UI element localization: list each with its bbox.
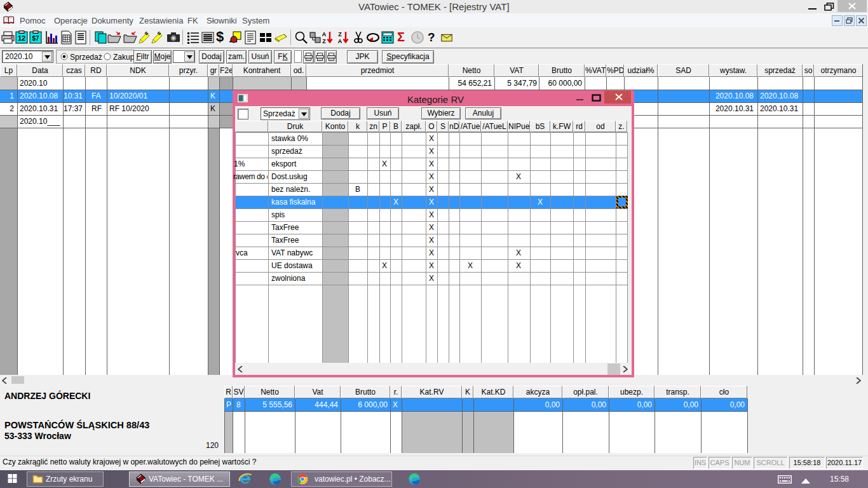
svg-text:A: A [322, 31, 327, 37]
svg-text:12: 12 [18, 34, 25, 42]
svg-text:A: A [338, 38, 342, 44]
svg-text:$7: $7 [32, 35, 39, 42]
svg-text:Z: Z [338, 31, 342, 37]
svg-text:Z: Z [322, 38, 326, 44]
